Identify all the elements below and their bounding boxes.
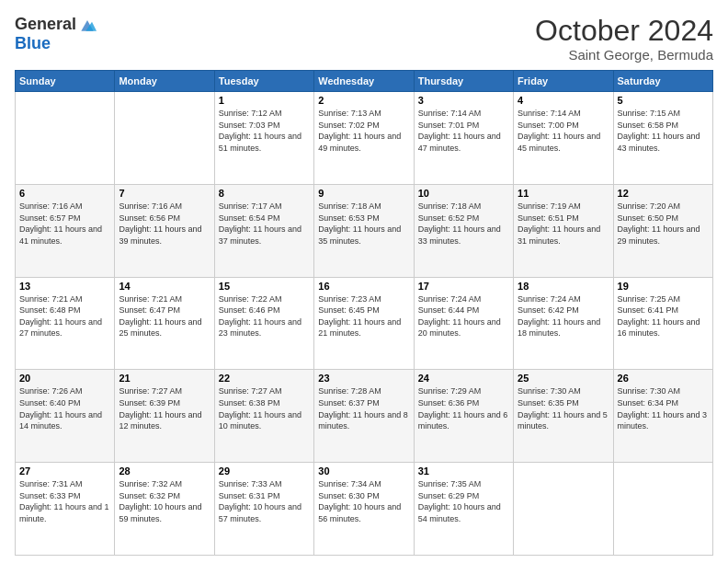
day-details: Sunrise: 7:17 AM Sunset: 6:54 PM Dayligh…: [219, 201, 310, 247]
calendar-cell: 12Sunrise: 7:20 AM Sunset: 6:50 PM Dayli…: [613, 184, 712, 277]
calendar-header-row: SundayMondayTuesdayWednesdayThursdayFrid…: [16, 71, 713, 92]
calendar-cell: 31Sunrise: 7:35 AM Sunset: 6:29 PM Dayli…: [414, 463, 513, 556]
calendar-cell: 9Sunrise: 7:18 AM Sunset: 6:53 PM Daylig…: [314, 184, 414, 277]
day-details: Sunrise: 7:16 AM Sunset: 6:57 PM Dayligh…: [19, 201, 110, 247]
day-number: 9: [318, 188, 409, 199]
day-details: Sunrise: 7:18 AM Sunset: 6:53 PM Dayligh…: [318, 201, 409, 247]
calendar-cell: 11Sunrise: 7:19 AM Sunset: 6:51 PM Dayli…: [514, 184, 613, 277]
day-number: 15: [219, 281, 310, 292]
day-number: 26: [618, 373, 709, 384]
day-details: Sunrise: 7:32 AM Sunset: 6:32 PM Dayligh…: [119, 478, 210, 524]
calendar-cell: 26Sunrise: 7:30 AM Sunset: 6:34 PM Dayli…: [613, 370, 712, 463]
day-header-monday: Monday: [115, 71, 214, 92]
day-details: Sunrise: 7:30 AM Sunset: 6:34 PM Dayligh…: [618, 385, 709, 431]
day-number: 30: [318, 465, 409, 477]
calendar-cell: 24Sunrise: 7:29 AM Sunset: 6:36 PM Dayli…: [414, 370, 513, 463]
day-number: 28: [119, 465, 210, 477]
main-title: October 2024: [535, 15, 713, 47]
day-number: 22: [219, 373, 310, 384]
calendar-cell: 18Sunrise: 7:24 AM Sunset: 6:42 PM Dayli…: [514, 277, 613, 370]
calendar-cell: 16Sunrise: 7:23 AM Sunset: 6:45 PM Dayli…: [314, 277, 414, 370]
logo-icon: [78, 16, 97, 34]
day-details: Sunrise: 7:12 AM Sunset: 7:03 PM Dayligh…: [219, 108, 310, 154]
day-details: Sunrise: 7:19 AM Sunset: 6:51 PM Dayligh…: [518, 201, 609, 247]
day-number: 29: [219, 465, 310, 477]
calendar-cell: 29Sunrise: 7:33 AM Sunset: 6:31 PM Dayli…: [214, 463, 313, 556]
day-details: Sunrise: 7:28 AM Sunset: 6:37 PM Dayligh…: [318, 385, 409, 431]
calendar-cell: 25Sunrise: 7:30 AM Sunset: 6:35 PM Dayli…: [514, 370, 613, 463]
logo-general-text: General: [15, 15, 76, 34]
day-details: Sunrise: 7:21 AM Sunset: 6:47 PM Dayligh…: [119, 293, 210, 339]
calendar-cell: 13Sunrise: 7:21 AM Sunset: 6:48 PM Dayli…: [16, 277, 115, 370]
day-number: 1: [219, 95, 310, 106]
header: General Blue October 2024 Saint George, …: [15, 15, 713, 63]
day-number: 12: [618, 188, 709, 199]
calendar-cell: 20Sunrise: 7:26 AM Sunset: 6:40 PM Dayli…: [16, 370, 115, 463]
title-block: October 2024 Saint George, Bermuda: [535, 15, 713, 63]
day-details: Sunrise: 7:33 AM Sunset: 6:31 PM Dayligh…: [219, 478, 310, 524]
calendar-cell: 30Sunrise: 7:34 AM Sunset: 6:30 PM Dayli…: [314, 463, 414, 556]
day-header-wednesday: Wednesday: [314, 71, 414, 92]
day-number: 8: [219, 188, 310, 199]
day-number: 20: [19, 373, 110, 384]
calendar-cell: 10Sunrise: 7:18 AM Sunset: 6:52 PM Dayli…: [414, 184, 513, 277]
day-number: 11: [518, 188, 609, 199]
calendar-cell: 17Sunrise: 7:24 AM Sunset: 6:44 PM Dayli…: [414, 277, 513, 370]
day-number: 24: [418, 373, 509, 384]
subtitle: Saint George, Bermuda: [535, 47, 713, 63]
calendar-cell: 27Sunrise: 7:31 AM Sunset: 6:33 PM Dayli…: [16, 463, 115, 556]
calendar-cell: 3Sunrise: 7:14 AM Sunset: 7:01 PM Daylig…: [414, 92, 513, 185]
calendar-table: SundayMondayTuesdayWednesdayThursdayFrid…: [15, 70, 713, 556]
day-header-tuesday: Tuesday: [214, 71, 313, 92]
week-row-4: 20Sunrise: 7:26 AM Sunset: 6:40 PM Dayli…: [16, 370, 713, 463]
day-number: 25: [518, 373, 609, 384]
day-details: Sunrise: 7:30 AM Sunset: 6:35 PM Dayligh…: [518, 385, 609, 431]
day-header-saturday: Saturday: [613, 71, 712, 92]
day-details: Sunrise: 7:25 AM Sunset: 6:41 PM Dayligh…: [618, 293, 709, 339]
calendar-cell: [16, 92, 115, 185]
day-number: 27: [19, 465, 110, 477]
day-number: 23: [318, 373, 409, 384]
calendar-cell: 22Sunrise: 7:27 AM Sunset: 6:38 PM Dayli…: [214, 370, 313, 463]
day-details: Sunrise: 7:14 AM Sunset: 7:01 PM Dayligh…: [418, 108, 509, 154]
day-details: Sunrise: 7:27 AM Sunset: 6:38 PM Dayligh…: [219, 385, 310, 431]
calendar-cell: [514, 463, 613, 556]
week-row-2: 6Sunrise: 7:16 AM Sunset: 6:57 PM Daylig…: [16, 184, 713, 277]
day-details: Sunrise: 7:31 AM Sunset: 6:33 PM Dayligh…: [19, 478, 110, 524]
logo-blue-text: Blue: [15, 34, 51, 53]
day-header-sunday: Sunday: [16, 71, 115, 92]
day-details: Sunrise: 7:29 AM Sunset: 6:36 PM Dayligh…: [418, 385, 509, 431]
day-details: Sunrise: 7:14 AM Sunset: 7:00 PM Dayligh…: [518, 108, 609, 154]
calendar-cell: 21Sunrise: 7:27 AM Sunset: 6:39 PM Dayli…: [115, 370, 214, 463]
day-details: Sunrise: 7:18 AM Sunset: 6:52 PM Dayligh…: [418, 201, 509, 247]
calendar-cell: 5Sunrise: 7:15 AM Sunset: 6:58 PM Daylig…: [613, 92, 712, 185]
day-number: 5: [618, 95, 709, 106]
calendar-cell: 4Sunrise: 7:14 AM Sunset: 7:00 PM Daylig…: [514, 92, 613, 185]
day-number: 19: [618, 281, 709, 292]
calendar-cell: 1Sunrise: 7:12 AM Sunset: 7:03 PM Daylig…: [214, 92, 313, 185]
day-details: Sunrise: 7:16 AM Sunset: 6:56 PM Dayligh…: [119, 201, 210, 247]
day-number: 3: [418, 95, 509, 106]
day-number: 6: [19, 188, 110, 199]
day-number: 10: [418, 188, 509, 199]
calendar-cell: 8Sunrise: 7:17 AM Sunset: 6:54 PM Daylig…: [214, 184, 313, 277]
day-details: Sunrise: 7:13 AM Sunset: 7:02 PM Dayligh…: [318, 108, 409, 154]
day-number: 7: [119, 188, 210, 199]
day-number: 4: [518, 95, 609, 106]
day-number: 21: [119, 373, 210, 384]
day-number: 18: [518, 281, 609, 292]
calendar-cell: 14Sunrise: 7:21 AM Sunset: 6:47 PM Dayli…: [115, 277, 214, 370]
day-details: Sunrise: 7:27 AM Sunset: 6:39 PM Dayligh…: [119, 385, 210, 431]
day-number: 17: [418, 281, 509, 292]
day-details: Sunrise: 7:35 AM Sunset: 6:29 PM Dayligh…: [418, 478, 509, 524]
day-number: 14: [119, 281, 210, 292]
calendar-cell: 6Sunrise: 7:16 AM Sunset: 6:57 PM Daylig…: [16, 184, 115, 277]
week-row-1: 1Sunrise: 7:12 AM Sunset: 7:03 PM Daylig…: [16, 92, 713, 185]
logo: General Blue: [15, 15, 97, 53]
calendar-cell: 2Sunrise: 7:13 AM Sunset: 7:02 PM Daylig…: [314, 92, 414, 185]
day-number: 31: [418, 465, 509, 477]
calendar-cell: 15Sunrise: 7:22 AM Sunset: 6:46 PM Dayli…: [214, 277, 313, 370]
week-row-5: 27Sunrise: 7:31 AM Sunset: 6:33 PM Dayli…: [16, 463, 713, 556]
calendar-cell: 7Sunrise: 7:16 AM Sunset: 6:56 PM Daylig…: [115, 184, 214, 277]
day-details: Sunrise: 7:22 AM Sunset: 6:46 PM Dayligh…: [219, 293, 310, 339]
